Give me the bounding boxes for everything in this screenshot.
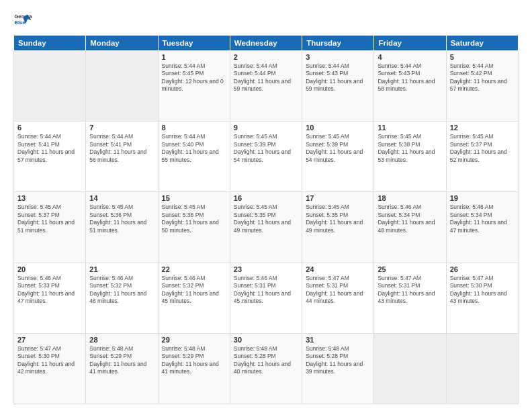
page: General Blue SundayMondayTuesdayWednesda… (0, 0, 532, 411)
calendar-week-row: 27Sunrise: 5:47 AMSunset: 5:30 PMDayligh… (14, 333, 519, 404)
weekday-header-wednesday: Wednesday (230, 36, 302, 51)
calendar-cell: 9Sunrise: 5:45 AMSunset: 5:39 PMDaylight… (230, 122, 302, 192)
day-info: Sunrise: 5:48 AMSunset: 5:29 PMDaylight:… (89, 345, 154, 376)
day-number: 24 (306, 265, 370, 273)
day-number: 5 (450, 53, 515, 61)
calendar-week-row: 6Sunrise: 5:44 AMSunset: 5:41 PMDaylight… (14, 122, 519, 192)
calendar-cell: 22Sunrise: 5:46 AMSunset: 5:32 PMDayligh… (158, 263, 230, 333)
day-info: Sunrise: 5:48 AMSunset: 5:28 PMDaylight:… (306, 345, 370, 376)
calendar-cell: 7Sunrise: 5:44 AMSunset: 5:41 PMDaylight… (86, 122, 158, 192)
day-number: 10 (306, 124, 370, 132)
weekday-header-thursday: Thursday (302, 36, 374, 51)
calendar-cell (86, 51, 158, 122)
calendar-cell: 3Sunrise: 5:44 AMSunset: 5:43 PMDaylight… (302, 51, 374, 122)
day-number: 21 (89, 265, 154, 273)
day-number: 29 (162, 336, 226, 344)
calendar-cell: 17Sunrise: 5:45 AMSunset: 5:35 PMDayligh… (302, 192, 374, 263)
day-number: 23 (234, 265, 298, 273)
calendar-cell: 6Sunrise: 5:44 AMSunset: 5:41 PMDaylight… (14, 122, 86, 192)
calendar-week-row: 20Sunrise: 5:46 AMSunset: 5:33 PMDayligh… (14, 263, 519, 333)
day-number: 1 (162, 53, 226, 61)
calendar-cell: 15Sunrise: 5:45 AMSunset: 5:36 PMDayligh… (158, 192, 230, 263)
day-info: Sunrise: 5:46 AMSunset: 5:33 PMDaylight:… (17, 275, 82, 306)
weekday-header-friday: Friday (374, 36, 446, 51)
day-info: Sunrise: 5:44 AMSunset: 5:43 PMDaylight:… (378, 62, 442, 93)
day-info: Sunrise: 5:44 AMSunset: 5:40 PMDaylight:… (162, 133, 226, 164)
calendar-cell: 19Sunrise: 5:46 AMSunset: 5:34 PMDayligh… (446, 192, 518, 263)
calendar-cell (374, 333, 446, 404)
day-info: Sunrise: 5:44 AMSunset: 5:42 PMDaylight:… (450, 62, 515, 93)
calendar-cell: 1Sunrise: 5:44 AMSunset: 5:45 PMDaylight… (158, 51, 230, 122)
day-number: 30 (234, 336, 298, 344)
calendar-cell: 20Sunrise: 5:46 AMSunset: 5:33 PMDayligh… (14, 263, 86, 333)
day-number: 26 (450, 265, 515, 273)
day-info: Sunrise: 5:46 AMSunset: 5:32 PMDaylight:… (162, 275, 226, 306)
day-info: Sunrise: 5:45 AMSunset: 5:37 PMDaylight:… (17, 203, 82, 234)
calendar-cell: 27Sunrise: 5:47 AMSunset: 5:30 PMDayligh… (14, 333, 86, 404)
calendar-cell: 31Sunrise: 5:48 AMSunset: 5:28 PMDayligh… (302, 333, 374, 404)
day-number: 25 (378, 265, 442, 273)
calendar-cell: 28Sunrise: 5:48 AMSunset: 5:29 PMDayligh… (86, 333, 158, 404)
day-info: Sunrise: 5:46 AMSunset: 5:32 PMDaylight:… (89, 275, 154, 306)
day-info: Sunrise: 5:45 AMSunset: 5:36 PMDaylight:… (89, 203, 154, 234)
day-number: 15 (162, 194, 226, 202)
calendar-cell: 21Sunrise: 5:46 AMSunset: 5:32 PMDayligh… (86, 263, 158, 333)
header: General Blue (13, 11, 519, 30)
calendar-table: SundayMondayTuesdayWednesdayThursdayFrid… (13, 35, 519, 404)
calendar-cell: 30Sunrise: 5:48 AMSunset: 5:28 PMDayligh… (230, 333, 302, 404)
calendar-cell: 8Sunrise: 5:44 AMSunset: 5:40 PMDaylight… (158, 122, 230, 192)
day-number: 31 (306, 336, 370, 344)
logo: General Blue (13, 11, 34, 30)
calendar-cell: 29Sunrise: 5:48 AMSunset: 5:29 PMDayligh… (158, 333, 230, 404)
day-number: 3 (306, 53, 370, 61)
day-info: Sunrise: 5:44 AMSunset: 5:45 PMDaylight:… (162, 62, 226, 93)
calendar-cell: 24Sunrise: 5:47 AMSunset: 5:31 PMDayligh… (302, 263, 374, 333)
day-number: 12 (450, 124, 515, 132)
calendar-cell: 5Sunrise: 5:44 AMSunset: 5:42 PMDaylight… (446, 51, 518, 122)
day-number: 4 (378, 53, 442, 61)
day-info: Sunrise: 5:47 AMSunset: 5:31 PMDaylight:… (306, 275, 370, 306)
calendar-cell: 14Sunrise: 5:45 AMSunset: 5:36 PMDayligh… (86, 192, 158, 263)
day-info: Sunrise: 5:44 AMSunset: 5:43 PMDaylight:… (306, 62, 370, 93)
day-info: Sunrise: 5:45 AMSunset: 5:37 PMDaylight:… (450, 133, 515, 164)
calendar-cell: 11Sunrise: 5:45 AMSunset: 5:38 PMDayligh… (374, 122, 446, 192)
day-info: Sunrise: 5:45 AMSunset: 5:35 PMDaylight:… (234, 203, 298, 234)
calendar-cell: 25Sunrise: 5:47 AMSunset: 5:31 PMDayligh… (374, 263, 446, 333)
calendar-cell (446, 333, 518, 404)
calendar-cell: 26Sunrise: 5:47 AMSunset: 5:30 PMDayligh… (446, 263, 518, 333)
day-number: 11 (378, 124, 442, 132)
day-info: Sunrise: 5:46 AMSunset: 5:31 PMDaylight:… (234, 275, 298, 306)
day-info: Sunrise: 5:46 AMSunset: 5:34 PMDaylight:… (378, 203, 442, 234)
day-number: 7 (89, 124, 154, 132)
day-info: Sunrise: 5:44 AMSunset: 5:44 PMDaylight:… (234, 62, 298, 93)
calendar-cell: 18Sunrise: 5:46 AMSunset: 5:34 PMDayligh… (374, 192, 446, 263)
day-info: Sunrise: 5:48 AMSunset: 5:28 PMDaylight:… (234, 345, 298, 376)
calendar-cell: 4Sunrise: 5:44 AMSunset: 5:43 PMDaylight… (374, 51, 446, 122)
day-number: 14 (89, 194, 154, 202)
day-info: Sunrise: 5:45 AMSunset: 5:39 PMDaylight:… (234, 133, 298, 164)
day-number: 6 (17, 124, 82, 132)
day-info: Sunrise: 5:45 AMSunset: 5:39 PMDaylight:… (306, 133, 370, 164)
calendar-cell: 12Sunrise: 5:45 AMSunset: 5:37 PMDayligh… (446, 122, 518, 192)
day-number: 8 (162, 124, 226, 132)
day-info: Sunrise: 5:47 AMSunset: 5:30 PMDaylight:… (450, 275, 515, 306)
day-info: Sunrise: 5:44 AMSunset: 5:41 PMDaylight:… (17, 133, 82, 164)
day-number: 16 (234, 194, 298, 202)
day-number: 13 (17, 194, 82, 202)
weekday-header-monday: Monday (86, 36, 158, 51)
day-info: Sunrise: 5:44 AMSunset: 5:41 PMDaylight:… (89, 133, 154, 164)
calendar-week-row: 1Sunrise: 5:44 AMSunset: 5:45 PMDaylight… (14, 51, 519, 122)
calendar-cell: 10Sunrise: 5:45 AMSunset: 5:39 PMDayligh… (302, 122, 374, 192)
day-number: 20 (17, 265, 82, 273)
weekday-header-sunday: Sunday (14, 36, 86, 51)
calendar-cell: 23Sunrise: 5:46 AMSunset: 5:31 PMDayligh… (230, 263, 302, 333)
calendar-cell: 16Sunrise: 5:45 AMSunset: 5:35 PMDayligh… (230, 192, 302, 263)
logo-icon: General Blue (13, 11, 32, 30)
day-info: Sunrise: 5:45 AMSunset: 5:38 PMDaylight:… (378, 133, 442, 164)
weekday-header-tuesday: Tuesday (158, 36, 230, 51)
day-number: 18 (378, 194, 442, 202)
day-info: Sunrise: 5:48 AMSunset: 5:29 PMDaylight:… (162, 345, 226, 376)
day-info: Sunrise: 5:47 AMSunset: 5:31 PMDaylight:… (378, 275, 442, 306)
calendar-cell: 13Sunrise: 5:45 AMSunset: 5:37 PMDayligh… (14, 192, 86, 263)
calendar-cell (14, 51, 86, 122)
